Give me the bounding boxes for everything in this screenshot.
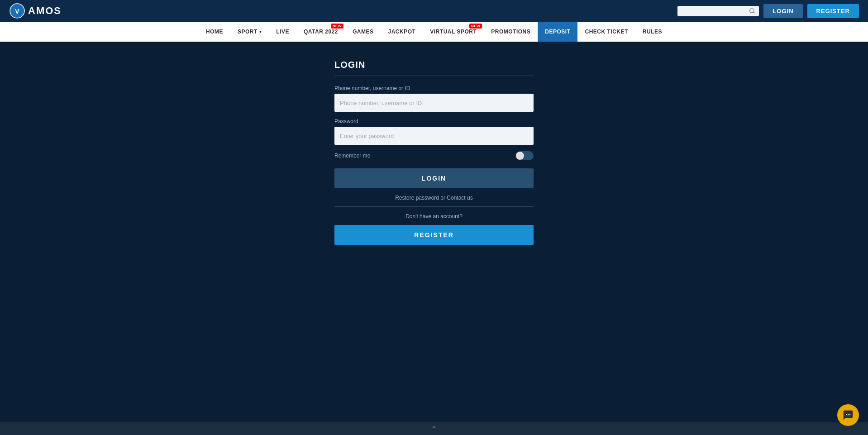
header: V AMOS LOGIN REGISTER — [0, 0, 868, 22]
chevron-down-icon: ▾ — [259, 29, 262, 34]
remember-label: Remember me — [334, 153, 370, 159]
remember-row: Remember me — [334, 151, 534, 160]
header-register-button[interactable]: REGISTER — [807, 4, 859, 18]
logo[interactable]: V AMOS — [9, 3, 62, 19]
restore-password-link[interactable]: Restore password or Contact us — [334, 195, 534, 201]
nav-item-qatar2022[interactable]: QATAR 2022 NEW — [296, 22, 345, 42]
password-label: Password — [334, 118, 534, 124]
svg-text:V: V — [15, 8, 19, 15]
title-divider — [334, 76, 534, 76]
nav-qatar-label: QATAR 2022 — [304, 29, 338, 35]
register-button[interactable]: REGISTER — [334, 225, 534, 245]
login-card: LOGIN Phone number, username or ID Passw… — [334, 60, 534, 245]
login-button[interactable]: LOGIN — [334, 168, 534, 188]
remember-toggle[interactable] — [515, 151, 534, 160]
nav-sport-label: SPORT — [238, 29, 258, 35]
nav-item-live[interactable]: LIVE — [269, 22, 296, 42]
password-group: Password — [334, 118, 534, 145]
virtual-new-badge: NEW — [469, 24, 482, 29]
logo-icon: V — [9, 3, 25, 19]
nav-item-check-ticket[interactable]: CHECK TICKET — [577, 22, 635, 42]
svg-line-3 — [754, 12, 755, 14]
toggle-knob — [516, 152, 524, 160]
svg-point-5 — [848, 414, 849, 415]
search-icon — [749, 8, 755, 14]
chat-button[interactable] — [837, 404, 859, 426]
username-input[interactable] — [334, 94, 534, 112]
nav-virtual-label: VIRTUAL SPORT — [430, 29, 477, 35]
svg-point-6 — [849, 414, 850, 415]
nav-item-games[interactable]: GAMES — [345, 22, 381, 42]
main-content: LOGIN Phone number, username or ID Passw… — [0, 42, 868, 245]
nav-item-home[interactable]: HOME — [199, 22, 230, 42]
footer-chevron-up-icon[interactable]: ⌃ — [431, 425, 437, 432]
header-right: LOGIN REGISTER — [677, 4, 859, 18]
navigation: HOME SPORT ▾ LIVE QATAR 2022 NEW GAMES J… — [0, 22, 868, 42]
nav-item-virtual-sport[interactable]: VIRTUAL SPORT NEW — [423, 22, 484, 42]
no-account-text: Don't have an account? — [334, 213, 534, 220]
nav-item-sport[interactable]: SPORT ▾ — [230, 22, 269, 42]
svg-point-4 — [846, 414, 847, 415]
qatar-new-badge: NEW — [331, 24, 343, 29]
login-title: LOGIN — [334, 60, 534, 70]
svg-point-2 — [750, 9, 754, 13]
nav-item-deposit[interactable]: DEPOSIT — [538, 22, 577, 42]
nav-item-promotions[interactable]: PROMOTIONS — [484, 22, 538, 42]
chat-icon — [843, 410, 854, 421]
footer-bar: ⌃ — [0, 422, 868, 435]
section-divider — [334, 206, 534, 207]
search-box[interactable] — [677, 6, 759, 16]
logo-text: AMOS — [28, 5, 62, 17]
password-input[interactable] — [334, 127, 534, 145]
nav-item-rules[interactable]: RULES — [635, 22, 669, 42]
username-label: Phone number, username or ID — [334, 85, 534, 91]
header-login-button[interactable]: LOGIN — [763, 4, 802, 18]
search-input[interactable] — [681, 8, 746, 14]
username-group: Phone number, username or ID — [334, 85, 534, 112]
nav-item-jackpot[interactable]: JACKPOT — [381, 22, 423, 42]
